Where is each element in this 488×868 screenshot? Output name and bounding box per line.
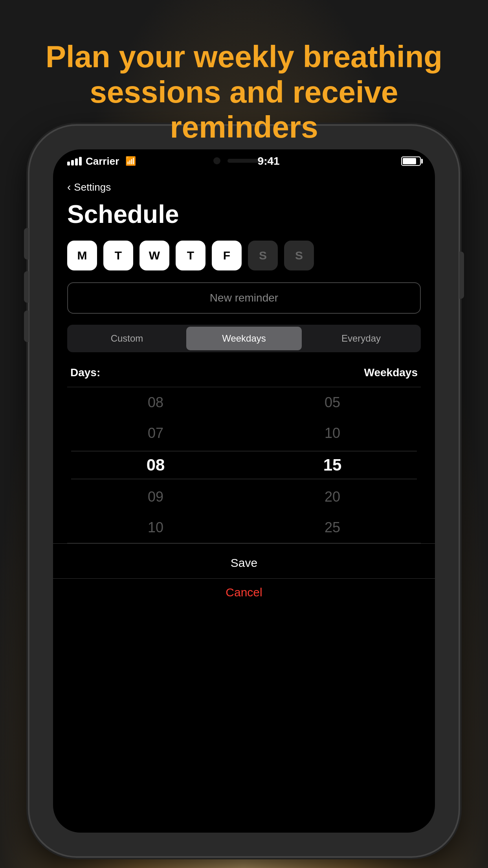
day-btn-S1[interactable]: S (248, 241, 278, 270)
new-reminder-input[interactable]: New reminder (67, 282, 421, 314)
signal-bar-1 (67, 162, 70, 166)
divider-top (53, 543, 435, 544)
hour-08-selected: 08 (67, 449, 244, 482)
time-picker-columns: 08 07 08 09 10 05 10 15 20 25 (67, 387, 421, 543)
min-05: 05 (244, 387, 421, 418)
back-button[interactable]: ‹ Settings (67, 181, 421, 193)
battery-icon (401, 156, 421, 166)
reminder-placeholder: New reminder (210, 292, 278, 304)
segment-custom[interactable]: Custom (69, 327, 185, 350)
segment-control: Custom Weekdays Everyday (67, 325, 421, 352)
hour-09: 09 (67, 482, 244, 512)
hour-08-top: 08 (67, 387, 244, 418)
cancel-button[interactable]: Cancel (67, 579, 421, 606)
signal-bar-4 (79, 157, 82, 166)
days-label: Days: (70, 366, 100, 379)
day-btn-T1[interactable]: T (103, 241, 133, 270)
headline: Plan your weekly breathing sessions and … (24, 39, 464, 145)
segment-weekdays[interactable]: Weekdays (186, 327, 302, 350)
hours-column[interactable]: 08 07 08 09 10 (67, 387, 244, 543)
back-chevron-icon: ‹ (67, 181, 71, 193)
day-btn-F[interactable]: F (212, 241, 242, 270)
status-right (401, 156, 421, 166)
day-btn-W[interactable]: W (139, 241, 169, 270)
segment-everyday[interactable]: Everyday (303, 327, 419, 350)
days-row: Days: Weekdays (67, 366, 421, 379)
min-15-selected: 15 (244, 449, 421, 482)
day-btn-T2[interactable]: T (176, 241, 205, 270)
signal-bars (67, 157, 82, 166)
phone-screen: Carrier 📶 9:41 ‹ Settings Schedule M (53, 149, 435, 833)
phone-shell: Carrier 📶 9:41 ‹ Settings Schedule M (29, 126, 459, 856)
app-content: ‹ Settings Schedule M T W T F S S New re… (53, 173, 435, 833)
days-value: Weekdays (364, 366, 418, 379)
status-bar: Carrier 📶 9:41 (53, 149, 435, 173)
status-time: 9:41 (258, 155, 280, 167)
day-buttons: M T W T F S S (67, 241, 421, 270)
time-picker[interactable]: 08 07 08 09 10 05 10 15 20 25 (67, 387, 421, 543)
status-left: Carrier 📶 (67, 155, 136, 167)
day-btn-M[interactable]: M (67, 241, 97, 270)
signal-bar-3 (75, 158, 78, 166)
carrier-label: Carrier (86, 155, 119, 167)
hour-07: 07 (67, 418, 244, 449)
back-label: Settings (74, 181, 111, 193)
min-10: 10 (244, 418, 421, 449)
min-25: 25 (244, 512, 421, 543)
signal-bar-2 (71, 160, 74, 166)
battery-fill (403, 158, 416, 164)
hour-10: 10 (67, 512, 244, 543)
save-button[interactable]: Save (67, 548, 421, 578)
minutes-column[interactable]: 05 10 15 20 25 (244, 387, 421, 543)
day-btn-S2[interactable]: S (284, 241, 314, 270)
page-title: Schedule (67, 200, 421, 229)
wifi-icon: 📶 (125, 156, 136, 166)
min-20: 20 (244, 482, 421, 512)
